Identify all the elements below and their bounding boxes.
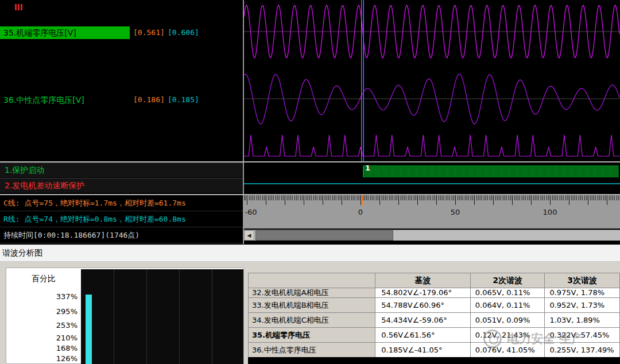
digital-channel-2-label: 2.发电机差动速断保护 (5, 181, 84, 190)
row-34-3rd: 1.03V, 1.89% (545, 313, 619, 328)
fault-wave-analyzer-window: 35.机端零序电压[V] [0.561] [0.606] 36.中性点零序电压[… (0, 0, 620, 364)
waveform-display[interactable] (244, 0, 620, 161)
digital-active-band (363, 165, 619, 177)
r-line-info: R线: 点号=74，绝对时标=0.8ms，相对时差=60.8ms (0, 211, 243, 227)
header-2nd-harmonic: 2次谐波 (471, 273, 545, 288)
row-32-2nd: 0.065V, 0.11% (471, 288, 545, 298)
row-34-label: 34.发电机机端C相电压 (249, 313, 375, 328)
ruler-label-50: 50 (451, 208, 460, 216)
row-35-fundamental: 0.56V∠61.56° (375, 328, 471, 343)
duration-info: 持续时间[0:00:18.186667](1746点) (0, 227, 243, 243)
ruler-label-0: 0 (358, 208, 363, 216)
harmonic-table: 基波 2次谐波 3次谐波 32.发电机机端A相电压 54.802V∠-179.0… (248, 273, 620, 358)
harmonic-section-title: 谐波分析图 (2, 248, 42, 258)
ytick-295: 295% (27, 307, 78, 316)
row-33-label: 33.发电机机端B相电压 (249, 298, 375, 313)
header-fundamental: 基波 (375, 273, 470, 288)
row-33-3rd: 0.952V, 1.73% (545, 298, 619, 313)
row-35-label: 35.机端零序电压 (249, 328, 375, 343)
channel-36-label[interactable]: 36.中性点零序电压[V] (0, 94, 130, 106)
harmonic-plot-area (81, 269, 243, 364)
ruler-cursor-mark[interactable] (362, 195, 363, 206)
row-35-2nd: 0.12V, 21.43% (471, 328, 545, 343)
digital-trace-2-line (244, 183, 620, 184)
digital-channel-2[interactable]: 2.发电机差动速断保护 (0, 178, 243, 193)
row-32-fundamental: 54.802V∠-179.06° (375, 288, 471, 298)
cursor-info-panel: C线: 点号=75，绝对时标=1.7ms，相对时差=61.7ms R线: 点号=… (0, 195, 243, 244)
table-header-row: 基波 2次谐波 3次谐波 (249, 273, 619, 288)
ruler-major-ticks (244, 195, 620, 205)
c-line-info: C线: 点号=75，绝对时标=1.7ms，相对时差=61.7ms (0, 195, 243, 211)
digital-trace-area[interactable]: 1 (244, 162, 620, 194)
row-36-label: 36.中性点零序电压 (249, 343, 375, 358)
channel-row-35: 35.机端零序电压[V] [0.561] [0.606] (0, 26, 130, 39)
row-34-fundamental: 54.434V∠-59.06° (375, 313, 471, 328)
row-32-3rd: 0.975V, 1.78% (545, 288, 619, 298)
row-33-2nd: 0.064V, 0.11% (471, 298, 545, 313)
digital-channel-1[interactable]: 1.保护启动 (0, 162, 243, 178)
grid-line (114, 269, 114, 364)
table-row-35-selected[interactable]: 35.机端零序电压 0.56V∠61.56° 0.12V, 21.43% 0.3… (249, 328, 619, 343)
cursor-c-line[interactable] (361, 0, 362, 161)
scroll-left-button[interactable]: ◀ (244, 230, 254, 241)
header-3rd-harmonic: 3次谐波 (545, 273, 619, 288)
row-36-2nd: 0.076V, 41.05% (471, 343, 545, 358)
row-36-fundamental: 0.185V∠-41.05° (375, 343, 471, 358)
scrollbar-thumb[interactable] (255, 230, 393, 241)
header-channel (249, 273, 375, 288)
row-33-fundamental: 54.788V∠60.96° (375, 298, 471, 313)
ytick-337: 337% (27, 292, 78, 301)
harmonic-chart-panel: 百分比 337% 295% 253% 210% 168% 126% (6, 268, 244, 364)
ytick-253: 253% (27, 321, 78, 330)
record-indicator-icon (15, 4, 22, 10)
table-row-32[interactable]: 32.发电机机端A相电压 54.802V∠-179.06° 0.065V, 0.… (249, 288, 619, 298)
ytick-210: 210% (27, 334, 78, 342)
chart-percent-label: 百分比 (32, 274, 56, 284)
row-35-3rd: 0.322V, 57.45% (545, 328, 619, 343)
channel-35-r-value: [0.606] (168, 26, 199, 39)
time-ruler[interactable]: -60 0 50 100 (244, 195, 620, 229)
channel-36-c-value: [0.186] (133, 94, 165, 106)
harmonic-bar (86, 295, 92, 364)
waveform-traces (244, 0, 620, 161)
harmonic-title-strip (0, 245, 620, 262)
channel-row-36: 36.中性点零序电压[V] [0.186] [0.185] (0, 94, 130, 106)
digital-channel-labels: 1.保护启动 2.发电机差动速断保护 (0, 162, 243, 194)
channel-36-r-value: [0.185] (168, 94, 199, 106)
horizontal-scrollbar[interactable]: ◀ (244, 230, 620, 241)
row-36-3rd: 0.255V, 137.49% (545, 343, 619, 358)
oscillogram-section: 35.机端零序电压[V] [0.561] [0.606] 36.中性点零序电压[… (0, 0, 620, 245)
table-bottom-strip (248, 357, 620, 364)
grid-line (212, 269, 212, 364)
digital-channel-1-label: 1.保护启动 (5, 165, 44, 175)
grid-line (146, 269, 147, 364)
table-row-36[interactable]: 36.中性点零序电压 0.185V∠-41.05° 0.076V, 41.05%… (249, 343, 619, 358)
ytick-168: 168% (27, 344, 78, 353)
row-34-2nd: 0.051V, 0.09% (471, 313, 545, 328)
ruler-label-m60: -60 (245, 208, 257, 216)
ytick-126: 126% (27, 354, 78, 363)
channel-35-c-value: [0.561] (133, 26, 165, 39)
row-32-label: 32.发电机机端A相电压 (249, 288, 375, 298)
table-row-33[interactable]: 33.发电机机端B相电压 54.788V∠60.96° 0.064V, 0.11… (249, 298, 619, 313)
grid-line (179, 269, 180, 364)
ruler-label-100: 100 (543, 208, 557, 216)
channel-35-label[interactable]: 35.机端零序电压[V] (0, 26, 130, 39)
cursor-r-line[interactable] (363, 0, 364, 161)
table-row-34[interactable]: 34.发电机机端C相电压 54.434V∠-59.06° 0.051V, 0.0… (249, 313, 619, 328)
digital-band-marker: 1 (365, 164, 370, 172)
